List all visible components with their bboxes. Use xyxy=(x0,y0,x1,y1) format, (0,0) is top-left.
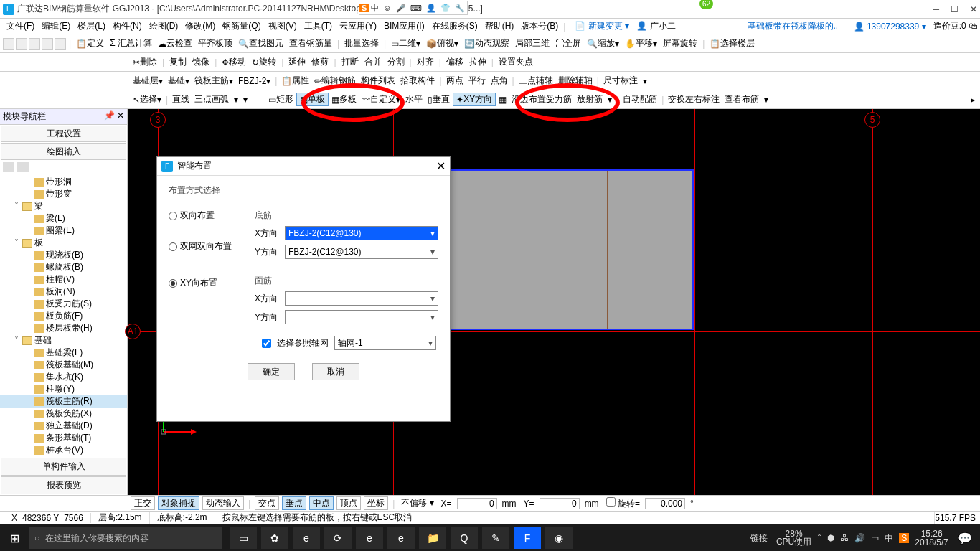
menu-cloud[interactable]: 云应用(Y) xyxy=(336,20,380,32)
btn-rotate[interactable]: ↻ 旋转 xyxy=(250,56,278,68)
btn-break[interactable]: 打断 xyxy=(339,56,361,68)
btn-member-list[interactable]: 构件列表 xyxy=(359,75,397,87)
app-icon[interactable]: Q xyxy=(451,527,478,549)
dialog-titlebar[interactable]: F 智能布置 ✕ xyxy=(157,157,450,176)
tray-link[interactable]: 链接 xyxy=(748,532,771,545)
combo-spec[interactable]: FBZJ-2 ▾ xyxy=(236,76,273,86)
menu-modify[interactable]: 修改(M) xyxy=(182,20,219,32)
ime-icon[interactable]: ☺ xyxy=(381,4,393,12)
maximize-button[interactable]: ☐ xyxy=(951,4,958,14)
btn-multi-slab[interactable]: ▦ 多板 xyxy=(329,93,359,105)
combo-top-x[interactable] xyxy=(285,291,438,306)
btn-screen-rotate[interactable]: 屏幕旋转 xyxy=(661,37,699,50)
btn-offset[interactable]: 偏移 xyxy=(444,56,466,68)
radio-double-net[interactable]: 双网双向布置 xyxy=(169,240,255,253)
btn-line[interactable]: 直线 xyxy=(170,93,192,105)
input-x[interactable]: 0 xyxy=(457,498,497,509)
btn-arc[interactable]: 三点画弧 xyxy=(192,93,231,105)
tray-vol-icon[interactable]: 🔊 xyxy=(854,533,865,543)
btn-2pt[interactable]: 两点 xyxy=(444,75,466,87)
menu-tools[interactable]: 工具(T) xyxy=(301,20,336,32)
ime-icon[interactable]: 👕 xyxy=(438,4,453,13)
tree-item[interactable]: 楼层板带(H) xyxy=(0,322,127,334)
sb-osnap[interactable]: 对象捕捉 xyxy=(158,496,199,510)
btn-pick[interactable]: 拾取构件 xyxy=(398,75,437,87)
start-button[interactable]: ⊞ xyxy=(0,532,29,545)
btn-auto-rebar[interactable]: 自动配筋 xyxy=(621,93,659,105)
new-icon[interactable] xyxy=(3,38,14,50)
tree-item[interactable]: 筏板基础(M) xyxy=(0,359,127,371)
btn-local3d[interactable]: 局部三维 xyxy=(513,37,552,50)
pin-icon[interactable]: 📌 ✕ xyxy=(104,110,124,123)
tree-group-liang[interactable]: ˅梁 xyxy=(0,200,127,212)
close-button[interactable]: ✕ xyxy=(970,4,977,14)
sb-perp[interactable]: 垂点 xyxy=(282,496,306,510)
notif-badge[interactable]: 62 xyxy=(699,0,713,9)
btn-zoom[interactable]: 🔍 缩放 ▾ xyxy=(585,37,621,50)
taskbar-search[interactable]: ○在这里输入你要搜索的内容 xyxy=(29,527,222,549)
tray-notifications[interactable]: 💬 xyxy=(954,532,976,545)
menu-view[interactable]: 视图(V) xyxy=(265,20,301,32)
tray-net-icon[interactable]: 🖧 xyxy=(840,533,849,543)
tree-item[interactable]: 现浇板(B) xyxy=(0,249,127,261)
minimize-button[interactable]: ─ xyxy=(933,4,939,14)
btn-vertical[interactable]: ▯ 垂直 xyxy=(425,93,452,105)
highlight-link[interactable]: 基础板带在筏板降板的.. xyxy=(744,20,842,32)
btn-move[interactable]: ✥ 移动 xyxy=(220,56,248,68)
tree-item[interactable]: 柱墩(Y) xyxy=(0,383,127,395)
tree-item[interactable]: 筏板负筋(X) xyxy=(0,408,127,420)
btn-orbit[interactable]: 🔄 动态观察 xyxy=(462,37,512,50)
tree-expand-icon[interactable] xyxy=(3,162,14,172)
menu-rebar[interactable]: 钢筋量(Q) xyxy=(219,20,264,32)
menu-file[interactable]: 文件(F) xyxy=(3,20,38,32)
btn-swap-label[interactable]: 交换左右标注 xyxy=(666,93,722,105)
combo-bottom-y[interactable]: FBZJ-2(C12@130) xyxy=(285,245,438,259)
combo-color[interactable]: ▾ xyxy=(241,95,265,105)
tree-item[interactable]: 梁(L) xyxy=(0,212,127,225)
chrome-icon[interactable]: ◉ xyxy=(545,527,573,549)
btn-copy[interactable]: 复制 xyxy=(167,56,189,68)
combo-member[interactable]: 基础 ▾ xyxy=(166,75,192,87)
tray-sogou-icon[interactable]: S xyxy=(899,533,909,543)
btn-dimension[interactable]: 尺寸标注 xyxy=(601,75,640,87)
btn-extend[interactable]: 延伸 xyxy=(286,56,308,68)
menu-floor[interactable]: 楼层(L) xyxy=(74,20,109,32)
tree-item[interactable]: 桩承台(V) xyxy=(0,444,127,456)
tree-item[interactable]: 圈梁(E) xyxy=(0,225,127,237)
taskview-icon[interactable]: ▭ xyxy=(230,527,257,549)
tree-group-ban[interactable]: ˅板 xyxy=(0,237,127,249)
tab-report[interactable]: 报表预览 xyxy=(1,476,126,494)
menu-draw[interactable]: 绘图(D) xyxy=(146,20,182,32)
tree-item[interactable]: 基础梁(F) xyxy=(0,347,127,359)
cancel-button[interactable]: 取消 xyxy=(312,363,359,380)
combo-bottom-x[interactable]: FBZJ-2(C12@130) xyxy=(285,226,438,240)
tree-item[interactable]: 带形洞 xyxy=(0,176,127,188)
sb-mid[interactable]: 中点 xyxy=(309,496,334,510)
ime-icon[interactable]: 🎤 xyxy=(394,4,408,13)
sb-coord[interactable]: 坐标 xyxy=(364,496,388,510)
combo-top-y[interactable] xyxy=(285,310,438,324)
sb-cross[interactable]: 交点 xyxy=(255,496,279,510)
tree-item[interactable]: 螺旋板(B) xyxy=(0,261,127,273)
btn-horiz[interactable]: 水平 xyxy=(403,93,425,105)
cost-bean[interactable]: 造价豆:0 🛍 xyxy=(933,20,977,32)
sb-dyn[interactable]: 动态输入 xyxy=(202,496,244,510)
btn-grips[interactable]: 设置夹点 xyxy=(496,56,535,68)
btn-edit-rebar[interactable]: ✏ 编辑钢筋 xyxy=(312,75,358,87)
icon-small[interactable]: ▦ xyxy=(496,95,509,105)
user-indicator[interactable]: 👤 广小二 xyxy=(633,20,679,32)
menu-member[interactable]: 构件(N) xyxy=(109,20,146,32)
explorer-icon[interactable]: 📁 xyxy=(419,527,446,549)
btn-define[interactable]: 📋 定义 xyxy=(74,37,106,50)
btn-stretch[interactable]: 拉伸 xyxy=(467,56,489,68)
btn-delete[interactable]: ✂ 删除 xyxy=(131,56,159,68)
combo-floor[interactable]: 基础层 ▾ xyxy=(131,75,165,87)
tree-group-jichu[interactable]: ˅基础 xyxy=(0,334,127,347)
account-phone[interactable]: 👤 13907298339 ▾ xyxy=(854,22,926,32)
tray-cpu[interactable]: 28%CPU使用 xyxy=(776,530,811,546)
btn-mirror[interactable]: 镜像 xyxy=(190,56,212,68)
btn-flush-top[interactable]: 平齐板顶 xyxy=(196,37,235,50)
tree-item[interactable]: 条形基础(T) xyxy=(0,432,127,444)
radio-bidirectional[interactable]: 双向布置 xyxy=(169,209,255,222)
btn-single-slab[interactable]: ▦ 单板 xyxy=(296,93,329,106)
